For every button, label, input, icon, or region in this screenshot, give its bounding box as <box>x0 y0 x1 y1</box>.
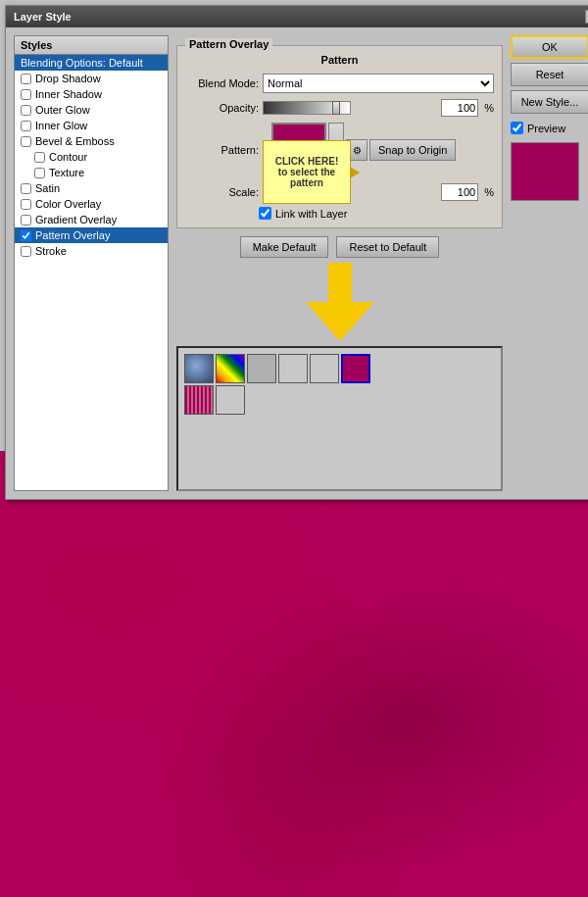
background-texture <box>0 451 588 897</box>
sidebar-item-satin[interactable]: Satin <box>15 180 168 196</box>
link-label: Link with Layer <box>275 208 347 220</box>
drop-shadow-checkbox[interactable] <box>21 74 31 84</box>
sidebar-item-pattern-overlay[interactable]: Pattern Overlay <box>15 227 168 243</box>
opacity-input[interactable]: 100 <box>441 99 478 117</box>
sidebar-item-bevel-emboss[interactable]: Bevel & Emboss <box>15 133 168 149</box>
contour-checkbox[interactable] <box>34 152 45 163</box>
color-overlay-checkbox[interactable] <box>21 199 31 210</box>
scale-input[interactable]: 100 <box>441 183 478 201</box>
pattern-grid-row1 <box>184 354 495 383</box>
arrow-indicator <box>176 258 503 346</box>
blend-mode-label: Blend Mode: <box>185 77 259 89</box>
scale-unit: % <box>484 186 494 198</box>
sidebar-item-texture[interactable]: Texture <box>15 165 168 180</box>
action-buttons: Make Default Reset to Default <box>176 236 503 258</box>
sidebar-item-inner-shadow[interactable]: Inner Shadow <box>15 86 168 102</box>
pattern-picker-empty-area <box>184 415 495 483</box>
preview-checkbox[interactable] <box>511 122 523 134</box>
new-style-button[interactable]: New Style... <box>511 90 588 114</box>
texture-checkbox[interactable] <box>34 168 45 178</box>
section-subtitle: Pattern <box>185 54 494 66</box>
pattern-picker <box>176 346 503 491</box>
inner-shadow-checkbox[interactable] <box>21 89 31 100</box>
opacity-row: Opacity: 100 % <box>185 99 494 117</box>
scale-label: Scale: <box>185 186 259 198</box>
preview-row: Preview <box>511 122 588 134</box>
opacity-unit: % <box>484 102 494 114</box>
right-panel: OK Reset New Style... Preview <box>511 35 588 491</box>
opacity-label: Opacity: <box>185 102 259 114</box>
tooltip: CLICK HERE! to select the pattern <box>263 140 351 204</box>
preview-thumbnail <box>511 142 579 201</box>
outer-glow-checkbox[interactable] <box>21 105 31 116</box>
dialog-title: Layer Style <box>14 11 72 23</box>
tooltip-arrow <box>350 167 360 178</box>
main-content-panel: Pattern Overlay Pattern Blend Mode: Norm… <box>176 35 503 491</box>
bevel-emboss-checkbox[interactable] <box>21 136 31 147</box>
pattern-swatch-empty2 <box>216 385 245 415</box>
pattern-row: Pattern: CLICK HERE! to select the patte… <box>185 123 494 177</box>
sidebar-item-inner-glow[interactable]: Inner Glow <box>15 118 168 133</box>
pattern-swatch-gray2[interactable] <box>278 354 308 383</box>
pattern-overlay-checkbox[interactable] <box>21 230 31 241</box>
reset-button[interactable]: Reset <box>511 63 588 86</box>
layer-style-dialog: Layer Style ✕ Styles Blending Options: D… <box>5 5 588 500</box>
pattern-section: Pattern Overlay Pattern Blend Mode: Norm… <box>176 45 503 228</box>
opacity-slider[interactable] <box>263 101 351 115</box>
preview-label-text: Preview <box>527 123 565 134</box>
sidebar-item-outer-glow[interactable]: Outer Glow <box>15 102 168 118</box>
pattern-swatch-magenta[interactable] <box>341 354 370 383</box>
opacity-slider-thumb[interactable] <box>332 101 340 115</box>
sidebar-item-color-overlay[interactable]: Color Overlay <box>15 196 168 212</box>
satin-checkbox[interactable] <box>21 183 31 194</box>
pattern-swatch-rainbow[interactable] <box>216 354 245 383</box>
styles-header[interactable]: Styles <box>15 36 168 55</box>
gradient-overlay-checkbox[interactable] <box>21 215 31 225</box>
make-default-button[interactable]: Make Default <box>240 236 329 258</box>
sidebar-item-gradient-overlay[interactable]: Gradient Overlay <box>15 212 168 227</box>
pattern-swatch-bubbles[interactable] <box>184 354 214 383</box>
inner-glow-checkbox[interactable] <box>21 121 31 131</box>
pattern-swatch-empty[interactable] <box>310 354 339 383</box>
sidebar-item-blending[interactable]: Blending Options: Default <box>15 55 168 71</box>
link-row: Link with Layer <box>259 207 494 220</box>
pattern-label: Pattern: <box>185 144 259 156</box>
pattern-swatch-gray1[interactable] <box>247 354 276 383</box>
stroke-checkbox[interactable] <box>21 246 31 257</box>
sidebar-item-stroke[interactable]: Stroke <box>15 243 168 259</box>
opacity-slider-container <box>263 101 437 115</box>
link-checkbox[interactable] <box>259 207 271 220</box>
reset-to-default-button[interactable]: Reset to Default <box>336 236 439 258</box>
blend-mode-row: Blend Mode: Normal <box>185 74 494 93</box>
title-bar: Layer Style ✕ <box>6 6 588 27</box>
snap-to-origin-button[interactable]: Snap to Origin <box>369 139 456 161</box>
section-title: Pattern Overlay <box>185 38 272 50</box>
sidebar-item-contour[interactable]: Contour <box>15 149 168 165</box>
pattern-grid-row2 <box>184 385 495 415</box>
ok-button[interactable]: OK <box>511 35 588 59</box>
dialog-body: Styles Blending Options: Default Drop Sh… <box>6 27 588 499</box>
styles-panel: Styles Blending Options: Default Drop Sh… <box>14 35 169 491</box>
blend-mode-select[interactable]: Normal <box>263 74 494 93</box>
sidebar-item-drop-shadow[interactable]: Drop Shadow <box>15 71 168 86</box>
pattern-swatch-stripe[interactable] <box>184 385 214 415</box>
